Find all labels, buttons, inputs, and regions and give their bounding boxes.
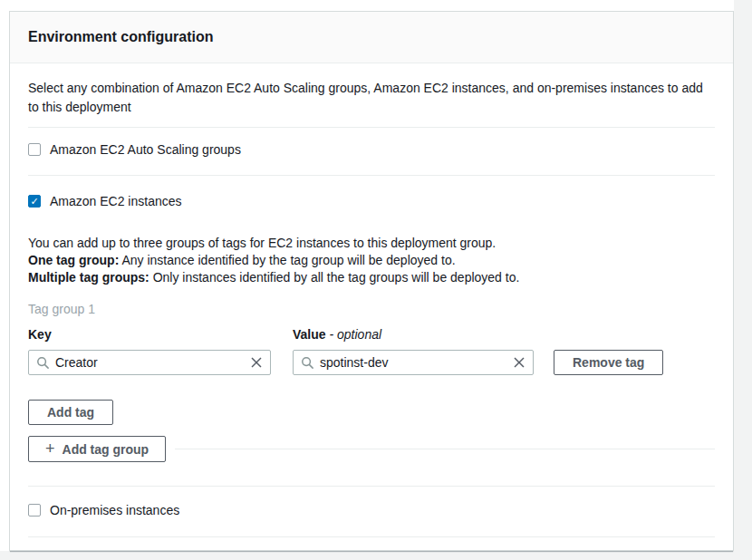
help-line-3: Multiple tag groups: Only instances iden… xyxy=(28,269,715,286)
divider xyxy=(28,175,715,176)
page-background-right xyxy=(734,0,752,560)
help-line-2-lead: One tag group: xyxy=(28,253,119,267)
on-premises-instances-checkbox[interactable] xyxy=(28,504,41,517)
option-ec2-instances[interactable]: ✓ Amazon EC2 instances xyxy=(28,191,715,211)
help-line-2: One tag group: Any instance identified b… xyxy=(28,252,715,269)
tag-value-input[interactable] xyxy=(320,355,507,370)
value-optional-text: - optional xyxy=(329,327,381,342)
divider xyxy=(28,127,715,128)
checkmark-icon: ✓ xyxy=(30,197,38,207)
page-background-bottom xyxy=(0,551,752,560)
page: Environment configuration Select any com… xyxy=(0,0,752,560)
search-icon xyxy=(36,356,50,370)
add-tag-group-label: Add tag group xyxy=(63,442,149,457)
tag-key-field[interactable] xyxy=(28,350,271,375)
ec2-instances-checkbox[interactable]: ✓ xyxy=(28,195,41,208)
add-tag-group-row: + Add tag group xyxy=(28,436,715,462)
ec2-auto-scaling-groups-checkbox[interactable] xyxy=(28,143,41,156)
search-icon xyxy=(301,356,314,370)
help-line-3-rest: Only instances identified by all the tag… xyxy=(149,270,520,285)
key-label: Key xyxy=(28,327,293,342)
ec2-tag-help-text: You can add up to three groups of tags f… xyxy=(28,235,715,286)
divider xyxy=(28,486,715,487)
optional-suffix: - optional xyxy=(329,327,381,342)
clear-key-icon[interactable] xyxy=(250,356,263,369)
environment-configuration-panel: Environment configuration Select any com… xyxy=(9,11,734,551)
help-line-2-rest: Any instance identified by the tag group… xyxy=(119,253,455,267)
remove-tag-button[interactable]: Remove tag xyxy=(554,350,663,375)
add-tag-button[interactable]: Add tag xyxy=(28,400,113,425)
ec2-auto-scaling-groups-label: Amazon EC2 Auto Scaling groups xyxy=(50,142,241,157)
help-line-3-lead: Multiple tag groups: xyxy=(28,270,149,285)
clear-value-icon[interactable] xyxy=(513,356,525,369)
option-on-premises-instances[interactable]: On-premises instances xyxy=(28,500,715,520)
value-label: Value - optional xyxy=(293,327,381,342)
field-labels-row: Key Value - optional xyxy=(28,327,715,342)
help-line-1: You can add up to three groups of tags f… xyxy=(28,235,715,252)
divider xyxy=(28,536,715,537)
option-ec2-auto-scaling-groups[interactable]: Amazon EC2 Auto Scaling groups xyxy=(28,140,715,159)
tag-inputs-row: Remove tag xyxy=(28,350,715,375)
panel-title: Environment configuration xyxy=(28,29,213,45)
plus-icon: + xyxy=(45,440,55,457)
panel-description: Select any combination of Amazon EC2 Aut… xyxy=(28,79,706,117)
tag-key-input[interactable] xyxy=(55,355,245,370)
value-label-text: Value xyxy=(293,327,326,342)
tag-value-field[interactable] xyxy=(293,350,534,375)
panel-header: Environment configuration xyxy=(10,12,733,63)
add-tag-group-button[interactable]: + Add tag group xyxy=(28,436,166,462)
on-premises-instances-label: On-premises instances xyxy=(50,503,179,517)
panel-body: Select any combination of Amazon EC2 Aut… xyxy=(10,79,733,537)
ec2-instances-label: Amazon EC2 instances xyxy=(50,194,182,208)
divider xyxy=(175,449,715,449)
tag-group-heading: Tag group 1 xyxy=(28,302,715,316)
